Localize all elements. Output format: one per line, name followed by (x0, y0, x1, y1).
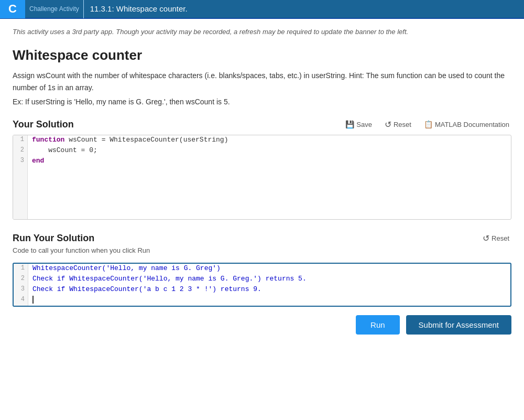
matlab-label: MATLAB Documentation (435, 121, 509, 128)
matlab-doc-icon: 📋 (424, 120, 433, 128)
solution-actions: 💾 Save ↺ Reset 📋 MATLAB Documentation (343, 119, 511, 131)
submit-button[interactable]: Submit for Assessment (406, 315, 511, 335)
description-text: Assign wsCount with the number of whites… (13, 70, 511, 93)
run-line-num-4: 4 (14, 295, 28, 306)
run-reset-icon: ↺ (483, 233, 489, 243)
run-line-num-2: 2 (14, 274, 28, 285)
logo-letter: C (8, 2, 17, 16)
solution-code-editor[interactable]: 1 function wsCount = WhitespaceCounter(u… (13, 135, 511, 220)
code-line-empty-4 (13, 198, 511, 209)
solution-code-lines: 1 function wsCount = WhitespaceCounter(u… (13, 135, 511, 219)
line-num-empty2 (13, 177, 28, 188)
line-code-empty2 (28, 177, 511, 188)
run-subtitle: Code to call your function when you clic… (13, 246, 511, 254)
line-num-empty (13, 167, 28, 177)
line-code-empty (28, 167, 511, 177)
your-solution-title: Your Solution (13, 119, 74, 130)
run-code-lines: 1 WhitespaceCounter('Hello, my name is G… (14, 264, 510, 306)
run-line-code-2: Check if WhitespaceCounter('Hello, my na… (28, 274, 510, 285)
run-header: Run Your Solution ↺ Reset (13, 232, 511, 244)
save-label: Save (356, 121, 372, 128)
run-reset-label: Reset (492, 234, 509, 242)
run-line-code-3: Check if WhitespaceCounter('a b c 1 2 3 … (28, 285, 510, 295)
line-num-empty4 (13, 198, 28, 209)
line-num-3: 3 (13, 156, 28, 167)
run-line-1: 1 WhitespaceCounter('Hello, my name is G… (14, 264, 510, 274)
line-num-1: 1 (13, 135, 28, 146)
logo: C (0, 0, 25, 18)
code-line-empty-2 (13, 177, 511, 188)
run-code-editor[interactable]: 1 WhitespaceCounter('Hello, my name is G… (13, 263, 511, 307)
run-line-num-3: 3 (14, 285, 28, 295)
line-num-empty3 (13, 188, 28, 198)
reset-button[interactable]: ↺ Reset (383, 119, 413, 131)
run-line-4: 4 (14, 295, 510, 306)
line-code-3: end (28, 156, 511, 167)
run-section: Run Your Solution ↺ Reset Code to call y… (13, 232, 511, 254)
header-title: 11.3.1: Whitespace counter. (84, 0, 194, 18)
line-code-2: wsCount = 0; (28, 146, 511, 156)
reset-label: Reset (394, 121, 411, 128)
run-title: Run Your Solution (13, 233, 94, 244)
line-code-empty3 (28, 188, 511, 198)
run-line-code-4 (28, 295, 510, 306)
code-line-3: 3 end (13, 156, 511, 167)
save-icon: 💾 (345, 120, 354, 128)
code-line-empty-1 (13, 167, 511, 177)
run-line-3: 3 Check if WhitespaceCounter('a b c 1 2 … (14, 285, 510, 295)
page-title: Whitespace counter (13, 47, 511, 63)
code-line-1: 1 function wsCount = WhitespaceCounter(u… (13, 135, 511, 146)
line-code-empty4 (28, 198, 511, 209)
your-solution-header: Your Solution 💾 Save ↺ Reset 📋 MATLAB Do… (13, 119, 511, 131)
matlab-docs-button[interactable]: 📋 MATLAB Documentation (422, 119, 511, 130)
reset-icon: ↺ (385, 120, 391, 130)
example-text: Ex: If userString is 'Hello, my name is … (13, 98, 511, 106)
line-code-empty5 (28, 209, 511, 219)
line-num-empty5 (13, 209, 28, 219)
bottom-actions: Run Submit for Assessment (13, 315, 511, 343)
nav-label: Challenge Activity (25, 0, 84, 18)
save-button[interactable]: 💾 Save (343, 119, 374, 130)
code-line-2: 2 wsCount = 0; (13, 146, 511, 156)
run-line-code-1: WhitespaceCounter('Hello, my name is G. … (28, 264, 510, 274)
line-code-1: function wsCount = WhitespaceCounter(use… (28, 135, 511, 146)
code-line-empty-3 (13, 188, 511, 198)
line-num-2: 2 (13, 146, 28, 156)
header-bar: C Challenge Activity 11.3.1: Whitespace … (0, 0, 524, 19)
run-reset-button[interactable]: ↺ Reset (481, 232, 511, 244)
main-content: This activity uses a 3rd party app. Thou… (0, 19, 524, 351)
notice-text: This activity uses a 3rd party app. Thou… (13, 27, 511, 37)
run-line-2: 2 Check if WhitespaceCounter('Hello, my … (14, 274, 510, 285)
run-button[interactable]: Run (356, 315, 400, 335)
run-line-num-1: 1 (14, 264, 28, 274)
code-line-empty-5 (13, 209, 511, 219)
